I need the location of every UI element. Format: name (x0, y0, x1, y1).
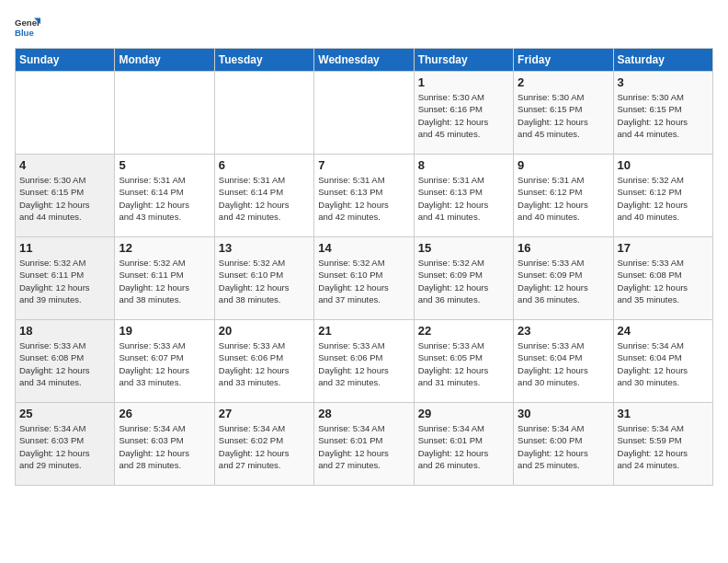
calendar-cell: 19Sunrise: 5:33 AM Sunset: 6:07 PM Dayli… (115, 320, 214, 403)
calendar-cell: 15Sunrise: 5:32 AM Sunset: 6:09 PM Dayli… (414, 237, 513, 320)
calendar-week-1: 1Sunrise: 5:30 AM Sunset: 6:16 PM Daylig… (16, 72, 713, 155)
calendar-cell: 5Sunrise: 5:31 AM Sunset: 6:14 PM Daylig… (115, 155, 214, 237)
day-detail: Sunrise: 5:34 AM Sunset: 6:01 PM Dayligh… (318, 422, 409, 471)
day-number: 29 (418, 407, 509, 420)
calendar-week-3: 11Sunrise: 5:32 AM Sunset: 6:11 PM Dayli… (16, 237, 713, 320)
day-detail: Sunrise: 5:33 AM Sunset: 6:09 PM Dayligh… (518, 257, 609, 305)
calendar-cell: 20Sunrise: 5:33 AM Sunset: 6:06 PM Dayli… (214, 320, 313, 403)
calendar-cell: 4Sunrise: 5:30 AM Sunset: 6:15 PM Daylig… (16, 155, 115, 237)
logo: General Blue (15, 15, 40, 40)
calendar-cell: 22Sunrise: 5:33 AM Sunset: 6:05 PM Dayli… (414, 320, 513, 403)
day-detail: Sunrise: 5:31 AM Sunset: 6:13 PM Dayligh… (418, 174, 509, 223)
day-number: 9 (518, 158, 609, 172)
day-number: 17 (618, 241, 709, 255)
day-number: 11 (19, 241, 110, 255)
calendar-week-4: 18Sunrise: 5:33 AM Sunset: 6:08 PM Dayli… (16, 320, 713, 403)
calendar-cell (16, 72, 115, 155)
day-detail: Sunrise: 5:30 AM Sunset: 6:16 PM Dayligh… (418, 91, 509, 140)
calendar-cell: 21Sunrise: 5:33 AM Sunset: 6:06 PM Dayli… (314, 320, 414, 403)
calendar-cell: 1Sunrise: 5:30 AM Sunset: 6:16 PM Daylig… (414, 72, 513, 155)
day-number: 7 (318, 158, 409, 172)
day-detail: Sunrise: 5:32 AM Sunset: 6:10 PM Dayligh… (318, 257, 409, 305)
day-number: 2 (518, 75, 609, 89)
day-number: 13 (219, 241, 310, 255)
day-detail: Sunrise: 5:34 AM Sunset: 6:04 PM Dayligh… (618, 339, 709, 388)
day-detail: Sunrise: 5:32 AM Sunset: 6:11 PM Dayligh… (19, 257, 110, 305)
calendar-cell: 16Sunrise: 5:33 AM Sunset: 6:09 PM Dayli… (514, 237, 613, 320)
day-number: 15 (418, 241, 509, 255)
day-number: 22 (418, 324, 509, 338)
calendar-cell: 26Sunrise: 5:34 AM Sunset: 6:03 PM Dayli… (115, 403, 214, 486)
day-detail: Sunrise: 5:33 AM Sunset: 6:08 PM Dayligh… (618, 257, 709, 305)
day-detail: Sunrise: 5:32 AM Sunset: 6:11 PM Dayligh… (119, 257, 210, 305)
calendar-cell (214, 72, 313, 155)
header: General Blue (15, 15, 713, 40)
day-detail: Sunrise: 5:30 AM Sunset: 6:15 PM Dayligh… (19, 174, 110, 223)
calendar-table: SundayMondayTuesdayWednesdayThursdayFrid… (15, 48, 713, 486)
weekday-header-monday: Monday (115, 49, 214, 72)
calendar-cell: 11Sunrise: 5:32 AM Sunset: 6:11 PM Dayli… (16, 237, 115, 320)
day-detail: Sunrise: 5:30 AM Sunset: 6:15 PM Dayligh… (618, 91, 709, 140)
calendar-cell: 9Sunrise: 5:31 AM Sunset: 6:12 PM Daylig… (514, 155, 613, 237)
weekday-header-friday: Friday (514, 49, 613, 72)
day-number: 6 (219, 158, 310, 172)
calendar-week-5: 25Sunrise: 5:34 AM Sunset: 6:03 PM Dayli… (16, 403, 713, 486)
day-number: 19 (119, 324, 210, 338)
calendar-cell: 10Sunrise: 5:32 AM Sunset: 6:12 PM Dayli… (613, 155, 712, 237)
day-detail: Sunrise: 5:34 AM Sunset: 5:59 PM Dayligh… (618, 422, 709, 471)
day-detail: Sunrise: 5:31 AM Sunset: 6:13 PM Dayligh… (318, 174, 409, 223)
calendar-cell (115, 72, 214, 155)
day-number: 1 (418, 75, 509, 89)
day-detail: Sunrise: 5:32 AM Sunset: 6:09 PM Dayligh… (418, 257, 509, 305)
calendar-cell: 14Sunrise: 5:32 AM Sunset: 6:10 PM Dayli… (314, 237, 414, 320)
day-detail: Sunrise: 5:33 AM Sunset: 6:04 PM Dayligh… (518, 339, 609, 388)
calendar-cell: 29Sunrise: 5:34 AM Sunset: 6:01 PM Dayli… (414, 403, 513, 486)
calendar-cell: 24Sunrise: 5:34 AM Sunset: 6:04 PM Dayli… (613, 320, 712, 403)
day-number: 25 (19, 407, 110, 420)
logo-icon: General Blue (15, 15, 40, 40)
day-detail: Sunrise: 5:34 AM Sunset: 6:03 PM Dayligh… (19, 422, 110, 471)
calendar-cell: 8Sunrise: 5:31 AM Sunset: 6:13 PM Daylig… (414, 155, 513, 237)
day-number: 30 (518, 407, 609, 420)
svg-text:Blue: Blue (15, 28, 34, 38)
weekday-header-thursday: Thursday (414, 49, 513, 72)
day-number: 12 (119, 241, 210, 255)
calendar-cell (314, 72, 414, 155)
calendar-cell: 3Sunrise: 5:30 AM Sunset: 6:15 PM Daylig… (613, 72, 712, 155)
day-detail: Sunrise: 5:33 AM Sunset: 6:08 PM Dayligh… (19, 339, 110, 388)
day-number: 8 (418, 158, 509, 172)
day-number: 31 (618, 407, 709, 420)
day-detail: Sunrise: 5:34 AM Sunset: 6:01 PM Dayligh… (418, 422, 509, 471)
day-number: 10 (618, 158, 709, 172)
calendar-cell: 13Sunrise: 5:32 AM Sunset: 6:10 PM Dayli… (214, 237, 313, 320)
day-detail: Sunrise: 5:30 AM Sunset: 6:15 PM Dayligh… (518, 91, 609, 140)
day-number: 26 (119, 407, 210, 420)
weekday-header-row: SundayMondayTuesdayWednesdayThursdayFrid… (16, 49, 713, 72)
day-detail: Sunrise: 5:34 AM Sunset: 6:02 PM Dayligh… (219, 422, 310, 471)
calendar-cell: 12Sunrise: 5:32 AM Sunset: 6:11 PM Dayli… (115, 237, 214, 320)
calendar-cell: 25Sunrise: 5:34 AM Sunset: 6:03 PM Dayli… (16, 403, 115, 486)
day-detail: Sunrise: 5:31 AM Sunset: 6:14 PM Dayligh… (119, 174, 210, 223)
calendar-cell: 17Sunrise: 5:33 AM Sunset: 6:08 PM Dayli… (613, 237, 712, 320)
weekday-header-tuesday: Tuesday (214, 49, 313, 72)
day-detail: Sunrise: 5:33 AM Sunset: 6:07 PM Dayligh… (119, 339, 210, 388)
calendar-cell: 28Sunrise: 5:34 AM Sunset: 6:01 PM Dayli… (314, 403, 414, 486)
day-detail: Sunrise: 5:34 AM Sunset: 6:00 PM Dayligh… (518, 422, 609, 471)
day-detail: Sunrise: 5:33 AM Sunset: 6:06 PM Dayligh… (219, 339, 310, 388)
day-number: 3 (618, 75, 709, 89)
day-number: 23 (518, 324, 609, 338)
weekday-header-sunday: Sunday (16, 49, 115, 72)
day-number: 14 (318, 241, 409, 255)
day-number: 28 (318, 407, 409, 420)
day-detail: Sunrise: 5:32 AM Sunset: 6:10 PM Dayligh… (219, 257, 310, 305)
day-number: 24 (618, 324, 709, 338)
day-detail: Sunrise: 5:32 AM Sunset: 6:12 PM Dayligh… (618, 174, 709, 223)
day-number: 20 (219, 324, 310, 338)
day-detail: Sunrise: 5:31 AM Sunset: 6:12 PM Dayligh… (518, 174, 609, 223)
calendar-cell: 23Sunrise: 5:33 AM Sunset: 6:04 PM Dayli… (514, 320, 613, 403)
day-detail: Sunrise: 5:33 AM Sunset: 6:06 PM Dayligh… (318, 339, 409, 388)
day-number: 18 (19, 324, 110, 338)
calendar-cell: 31Sunrise: 5:34 AM Sunset: 5:59 PM Dayli… (613, 403, 712, 486)
calendar-cell: 6Sunrise: 5:31 AM Sunset: 6:14 PM Daylig… (214, 155, 313, 237)
day-number: 4 (19, 158, 110, 172)
